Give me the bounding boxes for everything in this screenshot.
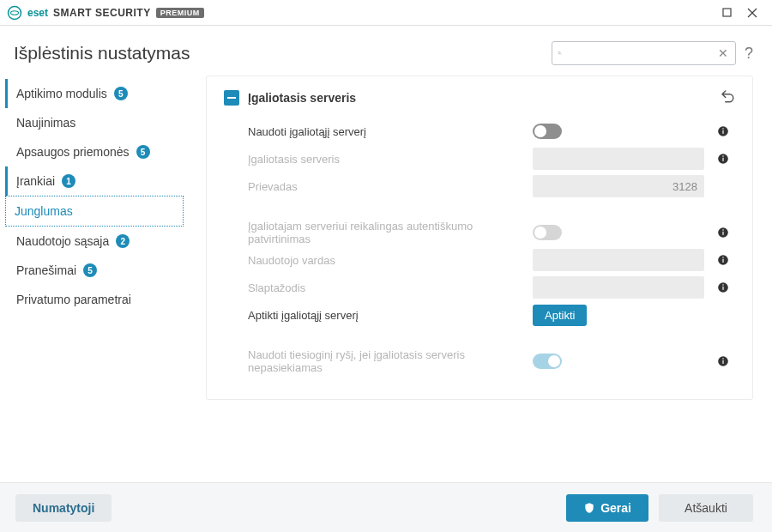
sidebar-item-label: Naudotojo sąsaja — [16, 234, 109, 248]
svg-point-18 — [722, 257, 724, 258]
window-maximize-button[interactable] — [714, 1, 739, 25]
header: Išplėstinis nustatymas ✕ ? — [0, 26, 772, 76]
svg-rect-20 — [722, 287, 723, 290]
info-icon — [717, 125, 729, 137]
row-port: Prievadas — [224, 172, 735, 200]
section-header: Įgaliotasis serveris — [224, 85, 735, 118]
sidebar-item-detection[interactable]: Aptikimo modulis 5 — [5, 79, 184, 108]
sidebar-item-protections[interactable]: Apsaugos priemonės 5 — [5, 137, 184, 166]
svg-rect-14 — [722, 232, 723, 235]
brand-edition: PREMIUM — [156, 8, 204, 18]
page-title: Išplėstinis nustatymas — [14, 43, 190, 63]
svg-point-1 — [11, 10, 19, 15]
content-panel: Įgaliotasis serveris Naudoti įgaliotąjį … — [189, 76, 772, 482]
sidebar-badge: 5 — [114, 87, 128, 100]
sidebar-item-label: Privatumo parametrai — [16, 293, 131, 306]
info-icon — [717, 281, 729, 293]
minus-icon — [227, 97, 236, 99]
titlebar: eset SMART SECURITY PREMIUM — [0, 0, 772, 26]
input-port — [533, 175, 704, 197]
undo-icon — [720, 88, 735, 104]
input-password — [533, 276, 704, 299]
svg-point-24 — [722, 358, 724, 360]
info-username[interactable] — [713, 254, 733, 266]
sidebar-item-tools[interactable]: Įrankiai 1 — [5, 166, 184, 196]
info-need-auth[interactable] — [713, 227, 733, 239]
sidebar-badge: 5 — [136, 145, 150, 159]
sidebar-item-label: Apsaugos priemonės — [16, 145, 130, 159]
svg-point-5 — [558, 51, 561, 54]
toggle-need-auth — [533, 225, 562, 240]
maximize-icon — [722, 8, 732, 17]
sidebar-badge: 2 — [116, 234, 130, 248]
section-title: Įgaliotasis serveris — [248, 91, 720, 105]
sidebar-badge: 5 — [83, 263, 97, 277]
sidebar-badge: 1 — [62, 174, 75, 188]
svg-point-0 — [9, 6, 21, 19]
brand-eset: eset — [27, 7, 48, 19]
search-input[interactable] — [562, 47, 716, 60]
input-proxy-server — [533, 148, 704, 170]
input-username — [533, 249, 704, 271]
sidebar-item-ui[interactable]: Naudotojo sąsaja 2 — [5, 227, 184, 256]
proxy-card: Įgaliotasis serveris Naudoti įgaliotąjį … — [206, 76, 753, 400]
ok-label: Gerai — [600, 501, 631, 515]
label-proxy-server: Įgaliotasis serveris — [224, 153, 533, 166]
svg-rect-2 — [723, 9, 731, 16]
toggle-use-proxy[interactable] — [533, 124, 562, 139]
sidebar-item-label: Junglumas — [15, 204, 73, 218]
search-box[interactable]: ✕ — [552, 41, 736, 65]
svg-point-21 — [722, 284, 724, 286]
row-need-auth: Įgaliotajam serveriui reikalingas autent… — [224, 219, 735, 246]
row-username: Naudotojo vardas — [224, 246, 735, 274]
sidebar-item-notifications[interactable]: Pranešimai 5 — [5, 256, 184, 285]
row-password: Slaptažodis — [224, 274, 735, 301]
default-button[interactable]: Numatytoji — [15, 494, 112, 522]
sidebar-item-connectivity[interactable]: Junglumas — [5, 196, 184, 227]
ok-button[interactable]: Gerai — [566, 494, 648, 522]
info-proxy-server[interactable] — [713, 153, 733, 165]
label-detect: Aptikti įgaliotąjį serverį — [224, 309, 533, 322]
shield-icon — [583, 502, 595, 514]
window-close-button[interactable] — [739, 1, 765, 25]
sidebar: Aptikimo modulis 5 Naujinimas Apsaugos p… — [0, 76, 189, 482]
sidebar-item-label: Aptikimo modulis — [16, 87, 107, 100]
help-button[interactable]: ? — [745, 45, 753, 63]
sidebar-item-update[interactable]: Naujinimas — [5, 108, 184, 137]
revert-button[interactable] — [720, 88, 735, 107]
app-logo: eset SMART SECURITY PREMIUM — [7, 5, 204, 21]
row-use-proxy: Naudoti įgaliotąjį serverį — [224, 118, 735, 145]
toggle-fallback — [533, 354, 562, 369]
info-icon — [717, 355, 729, 367]
search-clear-button[interactable]: ✕ — [716, 46, 730, 60]
svg-point-9 — [722, 128, 724, 130]
label-port: Prievadas — [224, 180, 533, 193]
row-detect: Aptikti įgaliotąjį serverį Aptikti — [224, 301, 735, 329]
sidebar-item-label: Naujinimas — [16, 116, 75, 130]
collapse-button[interactable] — [224, 90, 239, 106]
svg-line-6 — [560, 54, 561, 55]
close-icon — [747, 8, 757, 18]
sidebar-item-label: Įrankiai — [16, 174, 55, 188]
row-fallback: Naudoti tiesioginį ryšį, jei įgaliotasis… — [224, 348, 735, 375]
info-use-proxy[interactable] — [713, 125, 733, 137]
svg-point-15 — [722, 229, 724, 231]
info-icon — [717, 254, 729, 266]
svg-point-12 — [722, 155, 724, 157]
label-fallback: Naudoti tiesioginį ryšį, jei įgaliotasis… — [224, 348, 533, 374]
info-password[interactable] — [713, 281, 733, 293]
svg-rect-11 — [722, 158, 723, 161]
sidebar-item-label: Pranešimai — [16, 263, 76, 277]
eset-logo-icon — [7, 5, 22, 21]
label-username: Naudotojo vardas — [224, 254, 533, 267]
info-fallback[interactable] — [713, 355, 733, 367]
detect-button[interactable]: Aptikti — [533, 305, 587, 326]
sidebar-item-privacy[interactable]: Privatumo parametrai — [5, 285, 184, 314]
cancel-button[interactable]: Atšaukti — [659, 494, 753, 522]
footer: Numatytoji Gerai Atšaukti — [0, 482, 772, 532]
info-icon — [717, 153, 729, 165]
brand-product: SMART SECURITY — [53, 7, 151, 19]
svg-rect-17 — [722, 259, 723, 263]
svg-rect-23 — [722, 360, 723, 364]
label-use-proxy: Naudoti įgaliotąjį serverį — [224, 125, 533, 138]
